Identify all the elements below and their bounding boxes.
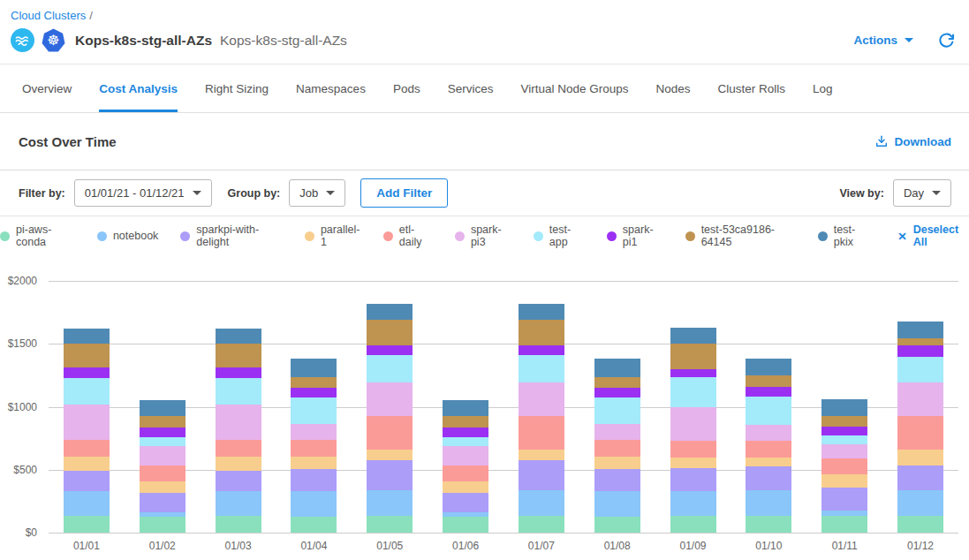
bar-segment-parallel-1 [519,450,564,460]
bar-column-01-10 [731,281,806,533]
tab-pods[interactable]: Pods [393,64,420,112]
bar-column-01-11 [806,281,882,533]
bar-segment-test-pkix [594,359,640,377]
breadcrumb-separator: / [89,9,93,22]
legend-item-spark-pi1[interactable]: spark-pi1 [607,223,663,248]
tab-cost-analysis[interactable]: Cost Analysis [99,64,178,112]
legend-item-test-pkix[interactable]: test-pkix [818,223,870,248]
bar-segment-pi-aws-conda [670,516,716,533]
bar-segment-sparkpi-with-delight [670,468,716,491]
bar-segment-etl-daily [897,416,943,450]
deselect-all-button[interactable]: ✕Deselect All [897,223,969,248]
stacked-bar [594,359,640,533]
tab-virtual-node-groups[interactable]: Virtual Node Groups [520,64,628,112]
breadcrumb-link-cloud-clusters[interactable]: Cloud Clusters [11,9,86,22]
tab-nodes[interactable]: Nodes [656,64,691,112]
legend-item-etl-daily[interactable]: etl-daily [383,223,433,248]
bar-segment-pi-aws-conda [821,516,867,533]
stacked-bar [216,329,261,533]
gridline [49,533,958,534]
bar-segment-test-53ca9186-64145 [140,416,185,428]
bar-segment-sparkpi-with-delight [291,469,337,491]
group-by-select[interactable]: Job [289,179,345,207]
actions-button[interactable]: Actions [853,34,913,47]
view-by-select[interactable]: Day [893,179,951,207]
legend-item-pi-aws-conda[interactable]: pi-aws-conda [0,223,75,248]
tab-cluster-rolls[interactable]: Cluster Rolls [718,64,786,112]
chevron-down-icon [193,191,201,195]
bar-segment-spark-pi3 [670,407,716,441]
bar-column-01-12 [882,281,958,533]
bar-segment-test-53ca9186-64145 [821,416,867,428]
bar-segment-parallel-1 [140,481,185,493]
bar-segment-test-app [216,378,261,405]
y-tick-label: $2000 [8,275,37,287]
bar-segment-etl-daily [519,416,564,450]
legend-dot [607,231,617,241]
bar-segment-test-app [594,397,640,425]
bar-segment-test-app [821,435,867,443]
bar-segment-etl-daily [670,441,716,458]
bar-segment-notebook [594,491,640,517]
bar-segment-test-53ca9186-64145 [64,344,110,368]
bar-segment-pi-aws-conda [140,517,185,533]
stacked-bar [64,329,110,533]
bar-segment-spark-pi1 [291,388,337,397]
legend-dot [455,231,465,241]
legend-item-sparkpi-with-delight[interactable]: sparkpi-with-delight [180,223,283,248]
bar-segment-spark-pi1 [670,369,716,377]
tab-overview[interactable]: Overview [22,64,72,112]
bar-segment-spark-pi3 [291,424,337,439]
bar-segment-sparkpi-with-delight [594,469,640,491]
legend-dot [534,231,543,241]
bar-segment-test-pkix [443,400,488,416]
bar-segment-spark-pi1 [216,367,261,378]
legend-item-parallel-1[interactable]: parallel-1 [305,223,361,248]
bars-row [49,281,958,533]
bar-segment-parallel-1 [64,457,110,471]
section-title: Cost Over Time [19,134,117,149]
legend-dot [685,231,695,241]
x-axis: 01/0101/0201/0301/0401/0501/0601/0701/08… [49,540,958,552]
tab-right-sizing[interactable]: Right Sizing [205,64,269,112]
bar-column-01-03 [201,281,276,533]
bar-segment-spark-pi3 [746,425,791,442]
x-tick-label: 01/04 [276,540,352,552]
legend-item-test-53ca9186-64145[interactable]: test-53ca9186-64145 [685,223,796,248]
add-filter-button[interactable]: Add Filter [360,178,448,208]
legend-item-test-app[interactable]: test-app [534,223,585,248]
x-tick-label: 01/05 [352,540,428,552]
bar-segment-test-53ca9186-64145 [291,377,337,388]
bar-segment-spark-pi1 [594,388,640,397]
bar-column-01-06 [428,281,503,533]
date-range-value: 01/01/21 - 01/12/21 [85,186,185,200]
tab-services[interactable]: Services [448,64,494,112]
bar-segment-test-53ca9186-64145 [897,338,943,346]
bar-segment-etl-daily [140,465,185,482]
x-tick-label: 01/01 [49,540,125,552]
bar-segment-spark-pi3 [64,405,110,439]
tab-namespaces[interactable]: Namespaces [296,64,366,112]
bar-segment-test-pkix [140,400,185,416]
bar-segment-pi-aws-conda [64,516,110,533]
bar-segment-etl-daily [216,440,261,457]
date-range-select[interactable]: 01/01/21 - 01/12/21 [74,179,212,207]
bar-segment-test-53ca9186-64145 [443,416,488,428]
bar-segment-sparkpi-with-delight [897,465,943,490]
tab-log[interactable]: Log [813,64,833,112]
bar-segment-test-app [367,355,413,382]
bar-segment-parallel-1 [367,450,413,460]
bar-segment-test-pkix [367,304,413,321]
x-tick-label: 01/10 [731,540,806,552]
bar-segment-spark-pi1 [140,428,185,437]
legend-item-spark-pi3[interactable]: spark-pi3 [455,223,511,248]
download-button[interactable]: Download [874,134,952,148]
bar-segment-parallel-1 [897,450,943,466]
refresh-icon[interactable] [938,32,955,49]
stacked-bar [291,359,337,533]
legend-item-notebook[interactable]: notebook [97,230,158,242]
bar-segment-spark-pi1 [897,345,943,356]
bar-segment-notebook [519,490,564,516]
y-tick-label: $0 [26,526,37,539]
legend-label: parallel-1 [321,223,361,248]
